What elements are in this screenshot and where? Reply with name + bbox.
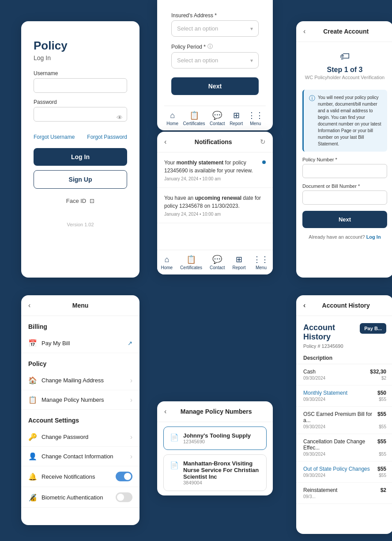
- key-icon: 🔑: [28, 433, 37, 441]
- calendar-icon: 📅: [28, 339, 37, 347]
- version-text: Version 1.02: [34, 222, 127, 227]
- back-button-manage[interactable]: ‹: [164, 408, 166, 415]
- nav-menu[interactable]: ⋮⋮ Menu: [248, 110, 264, 126]
- nav-home-notif[interactable]: ⌂ Home: [161, 255, 173, 270]
- change-contact-item[interactable]: 👤 Change Contact Information ›: [21, 447, 139, 466]
- account-row-5: Out of State Policy Changes $55 09/30/20…: [296, 461, 392, 483]
- nav-contact-notif[interactable]: 💬 Contact: [210, 255, 225, 270]
- nav-certificates[interactable]: 📋 Certificates: [183, 110, 205, 126]
- nav-report-notif[interactable]: ⊞ Report: [233, 255, 246, 270]
- row-date-3: 09/30/2024: [303, 424, 325, 429]
- pay-my-bill-item[interactable]: 📅 Pay My Bill ↗: [21, 334, 139, 353]
- faceid-label: Face ID: [66, 198, 87, 204]
- biometric-toggle[interactable]: [116, 492, 132, 502]
- policy-name-1: Johnny's Tooling Supply: [183, 432, 251, 439]
- home-icon-notif: ⌂: [164, 255, 169, 264]
- notification-time-2: January 24, 2024 • 10:00 am: [164, 212, 266, 217]
- policy-period-dropdown[interactable]: Select an option ▾: [171, 52, 259, 69]
- account-history-policy-num: Policy # 12345690: [303, 343, 360, 349]
- row-sub-5: $55: [379, 473, 386, 478]
- next-button[interactable]: Next: [171, 77, 259, 95]
- notifications-card: ‹ Notifications ↻ Your monthly statement…: [157, 132, 273, 274]
- back-button-menu[interactable]: ‹: [28, 301, 30, 309]
- row-sub-4: $55: [379, 452, 386, 457]
- home-icon: ⌂: [170, 111, 175, 120]
- certificates-icon-notif: 📋: [186, 255, 196, 264]
- notification-time-1: January 24, 2024 • 10:00 am: [164, 176, 266, 181]
- account-history-header-title: Account History: [305, 302, 386, 309]
- insured-placeholder: Select an option: [177, 25, 218, 32]
- login-subtitle: Log In: [34, 54, 127, 61]
- description-header: Description: [296, 352, 392, 364]
- nav-menu-notif[interactable]: ⋮⋮ Menu: [253, 255, 269, 270]
- login-button[interactable]: Log In: [34, 148, 127, 166]
- log-in-link[interactable]: Log In: [366, 234, 381, 240]
- notification-item-1: Your monthly statement for policy 123456…: [157, 152, 273, 188]
- nav-home[interactable]: ⌂ Home: [166, 111, 178, 126]
- forgot-password-link[interactable]: Forgot Password: [87, 134, 127, 140]
- policy-number-input[interactable]: [302, 164, 387, 178]
- row-date-2: 09/30/2024: [303, 397, 325, 402]
- row-amount-2: $50: [377, 390, 386, 396]
- user-icon: 👤: [28, 452, 37, 461]
- manage-policy-item[interactable]: 📋 Manage Policy Numbers ›: [21, 390, 139, 410]
- change-mailing-item[interactable]: 🏠 Change Mailing Address ›: [21, 371, 139, 390]
- row-amount-1: $32,30: [370, 369, 386, 375]
- receive-notifications-label: Receive Notifications: [41, 473, 95, 480]
- policy-doc-icon-menu: 📋: [28, 396, 37, 404]
- contact-icon-notif: 💬: [212, 255, 222, 264]
- account-row-1: Cash $32,30 09/30/2024 $2: [296, 364, 392, 385]
- receive-notifications-item[interactable]: 🔔 Receive Notifications: [21, 466, 139, 487]
- row-label-5[interactable]: Out of State Policy Changes: [303, 466, 370, 472]
- username-input[interactable]: [34, 78, 127, 93]
- menu-icon: ⋮⋮: [248, 110, 264, 120]
- policy-item-inactive[interactable]: 📄 Manhattan-Bronx Visiting Nurse Service…: [163, 454, 267, 491]
- step-subtitle: WC Policyholder Account Verification: [303, 75, 386, 80]
- info-icon: ⓘ: [207, 43, 213, 50]
- insured-address-label: Insured's Address *: [171, 12, 217, 19]
- info-box-text: You will need your policy policy number,…: [318, 94, 382, 147]
- pay-bill-button[interactable]: Pay B...: [360, 323, 386, 334]
- create-account-title: Create Account: [305, 28, 386, 35]
- account-row-2: Monthly Statement $50 09/30/2024 $55: [296, 385, 392, 407]
- row-amount-3: $55: [377, 411, 386, 417]
- policy-number-label: Policy Number *: [302, 157, 387, 162]
- nav-contact[interactable]: 💬 Contact: [210, 110, 225, 126]
- signup-button[interactable]: Sign Up: [34, 170, 127, 189]
- chevron-right-icon-4: ›: [130, 453, 132, 461]
- change-password-label: Change Password: [41, 434, 88, 440]
- step-icon: 🏷: [303, 51, 386, 62]
- account-history-heading: Account History: [303, 323, 360, 342]
- nav-report[interactable]: ⊞ Report: [230, 110, 243, 126]
- notifications-header: ‹ Notifications ↻: [157, 132, 273, 152]
- manage-policy-header: ‹ Manage Policy Numbers: [157, 401, 273, 422]
- row-label-4: Cancellation Date Change Effec...: [303, 438, 377, 451]
- policy-item-active[interactable]: 📄 Johnny's Tooling Supply 12345690: [163, 427, 267, 450]
- back-button[interactable]: ‹: [164, 138, 166, 146]
- certificates-icon: 📋: [189, 110, 199, 120]
- forgot-username-link[interactable]: Forgot Username: [34, 134, 75, 140]
- change-password-item[interactable]: 🔑 Change Password ›: [21, 427, 139, 447]
- row-date-5: 09/30/2024: [303, 473, 325, 478]
- faceid-icon[interactable]: ⊡: [90, 198, 94, 204]
- row-label-2[interactable]: Monthly Statement: [303, 390, 347, 396]
- biometric-auth-item[interactable]: 🔏 Biometric Authentication: [21, 487, 139, 508]
- refresh-icon[interactable]: ↻: [260, 138, 266, 146]
- create-next-button[interactable]: Next: [302, 211, 387, 228]
- account-settings-title: Account Settings: [21, 410, 139, 427]
- password-input[interactable]: [34, 107, 127, 122]
- policy-number-field: Policy Number *: [302, 157, 387, 178]
- notification-text-1: Your monthly statement for policy 123456…: [164, 159, 266, 175]
- nav-certificates-notif[interactable]: 📋 Certificates: [180, 255, 202, 270]
- row-label-3: OSC Earned Premium Bill for a...: [303, 411, 377, 423]
- eye-icon[interactable]: 👁: [117, 114, 123, 121]
- change-mailing-label: Change Mailing Address: [41, 377, 104, 384]
- policy-number-2: 3849004: [183, 480, 260, 485]
- row-date-6: 09/3...: [303, 494, 316, 499]
- row-amount-4: $55: [377, 438, 386, 445]
- notifications-toggle[interactable]: [116, 472, 132, 481]
- login-card: Policy Log In Username Password 👁 Forgot…: [21, 21, 139, 278]
- step-title: Step 1 of 3: [303, 66, 386, 74]
- doc-bill-input[interactable]: [302, 190, 387, 205]
- insured-address-dropdown[interactable]: Select an option ▾: [171, 20, 259, 37]
